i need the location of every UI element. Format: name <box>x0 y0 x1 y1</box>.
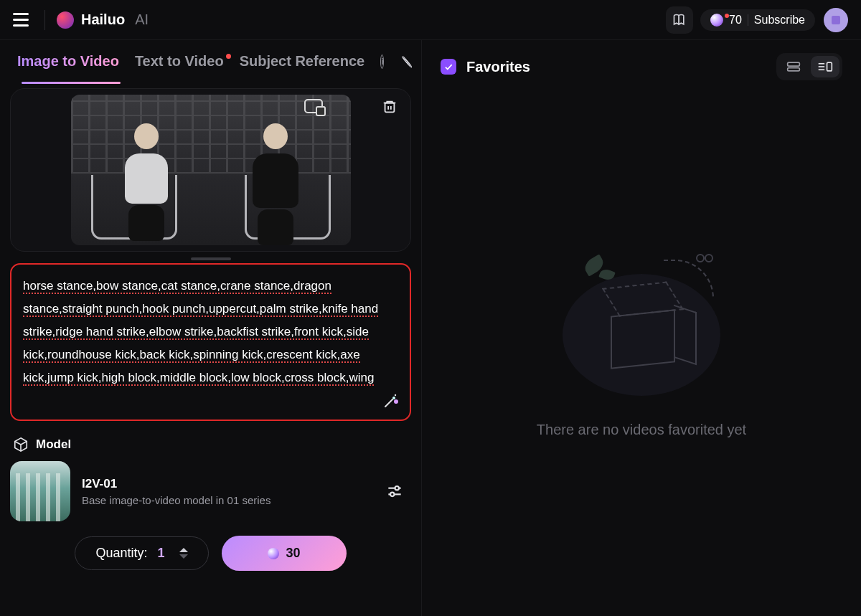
tab-text-to-video[interactable]: Text to Video <box>135 53 224 70</box>
view-grid-button[interactable] <box>779 56 808 77</box>
favorites-label: Favorites <box>466 59 530 75</box>
quantity-decrease-button[interactable] <box>179 554 188 559</box>
credits-subscribe-pill[interactable]: 70 Subscribe <box>700 9 815 31</box>
delete-image-button[interactable] <box>382 99 397 115</box>
tab-image-to-video[interactable]: Image to Video <box>17 53 119 70</box>
list-side-icon <box>817 61 833 72</box>
notification-dot-icon <box>725 14 729 18</box>
info-icon[interactable]: i <box>380 55 384 69</box>
svg-point-2 <box>394 399 398 404</box>
new-badge-icon <box>226 54 231 59</box>
source-image-thumbnail[interactable] <box>71 95 351 245</box>
svg-point-3 <box>395 394 396 396</box>
svg-rect-13 <box>827 62 832 71</box>
library-button[interactable] <box>666 6 693 34</box>
model-description: Base image-to-video model in 01 series <box>82 494 374 506</box>
model-thumbnail <box>10 461 70 521</box>
source-image-card <box>10 88 411 252</box>
credit-orb-icon <box>710 14 723 27</box>
view-toggle <box>776 53 842 80</box>
empty-state-illustration <box>563 245 720 403</box>
history-icon[interactable] <box>401 55 413 68</box>
credit-orb-icon <box>268 548 279 559</box>
tab-text-to-video-label: Text to Video <box>135 53 224 69</box>
generate-button[interactable]: 30 <box>222 536 347 571</box>
credits-count: 70 <box>729 14 742 27</box>
model-name: I2V-01 <box>82 477 374 491</box>
divider <box>44 10 45 30</box>
hamburger-menu-button[interactable] <box>13 10 33 30</box>
book-icon <box>672 13 687 27</box>
divider <box>748 14 748 26</box>
quantity-value: 1 <box>158 546 165 561</box>
svg-rect-0 <box>385 103 395 113</box>
grid-row-icon <box>786 61 801 72</box>
svg-point-7 <box>390 493 394 496</box>
svg-rect-8 <box>788 62 800 66</box>
tab-subject-reference[interactable]: Subject Reference <box>240 53 365 70</box>
svg-rect-9 <box>788 68 800 71</box>
check-icon <box>443 62 453 72</box>
model-section-label: Model <box>36 437 71 452</box>
enhance-prompt-button[interactable] <box>382 392 400 412</box>
model-selector[interactable]: I2V-01 Base image-to-video model in 01 s… <box>10 461 411 521</box>
logo-mark-icon <box>57 11 74 29</box>
subscribe-label: Subscribe <box>754 14 805 27</box>
brand-suffix: AI <box>135 11 149 28</box>
replace-image-icon[interactable] <box>304 99 323 113</box>
svg-point-1 <box>392 397 395 399</box>
generate-cost: 30 <box>286 546 301 561</box>
cube-icon <box>13 437 29 452</box>
trash-icon <box>382 99 397 115</box>
prompt-text: horse stance,bow stance,cat stance,crane… <box>23 275 398 389</box>
view-list-button[interactable] <box>811 56 839 77</box>
favorites-checkbox[interactable] <box>441 59 456 75</box>
user-avatar[interactable] <box>824 8 848 32</box>
model-settings-icon[interactable] <box>385 482 404 501</box>
svg-point-6 <box>395 486 399 490</box>
app-logo[interactable]: HailuoAI <box>57 11 149 29</box>
brand-name: Hailuo <box>81 11 125 28</box>
magic-wand-icon <box>382 392 400 409</box>
resize-handle[interactable] <box>191 257 231 260</box>
quantity-selector[interactable]: Quantity: 1 <box>75 536 208 570</box>
empty-state-text: There are no videos favorited yet <box>537 422 746 438</box>
quantity-increase-button[interactable] <box>179 548 188 552</box>
prompt-input[interactable]: horse stance,bow stance,cat stance,crane… <box>10 263 411 421</box>
quantity-label: Quantity: <box>95 546 147 561</box>
